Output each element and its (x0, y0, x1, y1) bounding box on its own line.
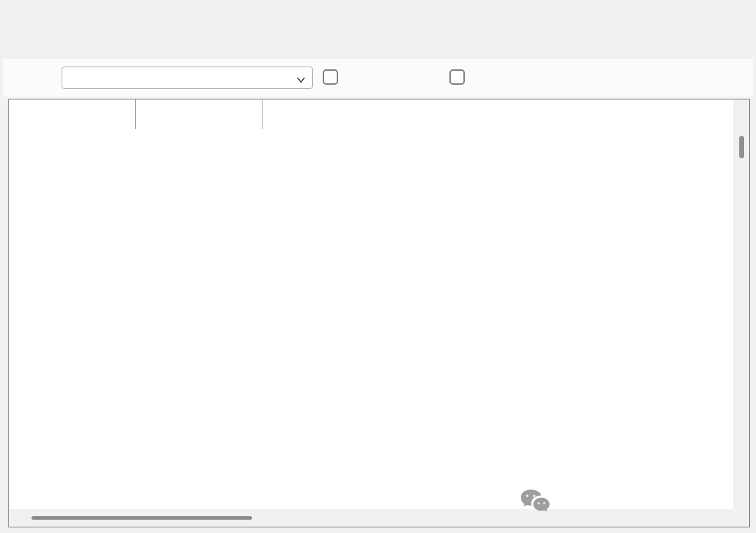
vertical-scrollbar[interactable] (734, 99, 749, 510)
column-header-type[interactable] (136, 99, 262, 129)
horizontal-scrollbar-thumb[interactable] (31, 516, 252, 520)
scrollbar-corner (734, 509, 749, 527)
chevron-down-icon (296, 74, 306, 88)
column-header-filename[interactable] (262, 99, 749, 129)
hide-unnamed-checkbox[interactable] (323, 69, 338, 85)
types-dropdown[interactable] (62, 67, 313, 89)
table-body (9, 129, 734, 509)
hide-etw-checkbox[interactable] (449, 69, 465, 85)
tab-strip-top (7, 10, 748, 34)
column-header-handle[interactable] (9, 99, 136, 129)
handles-listview (8, 99, 750, 527)
horizontal-scrollbar[interactable] (9, 509, 734, 527)
table-header (9, 99, 749, 129)
handles-toolbar (3, 59, 753, 97)
tab-strip-main (7, 34, 748, 59)
vertical-scrollbar-thumb[interactable] (739, 136, 744, 158)
